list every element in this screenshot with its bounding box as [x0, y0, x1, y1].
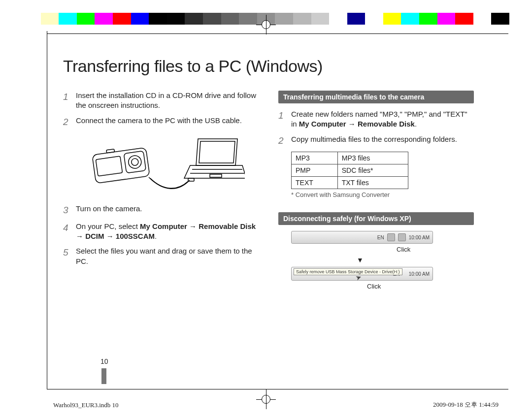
- step-num: 4: [63, 222, 70, 242]
- registration-mark-top: [256, 15, 276, 34]
- right-column: Transferring multimedia files to the cam…: [278, 91, 474, 290]
- lang-indicator: EN: [377, 235, 384, 240]
- step-num: 1: [63, 91, 70, 111]
- svg-rect-0: [92, 148, 150, 184]
- svg-rect-1: [124, 151, 146, 173]
- windows-taskbar: EN 10:00 AM: [291, 231, 433, 244]
- step-text: Connect the camera to the PC with the US…: [76, 116, 242, 129]
- step-text: Create new folders named "MP3," "PMP," a…: [291, 109, 474, 129]
- step-num: 2: [278, 134, 285, 147]
- step-text: On your PC, select My Computer → Removab…: [76, 222, 259, 242]
- svg-point-2: [128, 155, 142, 169]
- page-title: Transferring files to a PC (Windows): [63, 57, 474, 76]
- arrow-down-icon: ▼: [291, 256, 429, 264]
- folder-table: MP3MP3 files PMPSDC files* TEXTTXT files: [291, 152, 408, 189]
- camera-laptop-illustration: [77, 133, 245, 197]
- footer-filename: Warhol93_EUR3.indb 10: [53, 401, 119, 409]
- page-number-bar: [101, 368, 106, 384]
- table-footnote: * Convert with Samsung Converter: [291, 191, 474, 198]
- section-heading: Disconnecting safely (for Windows XP): [278, 212, 474, 225]
- section-heading: Transferring multimedia files to the cam…: [278, 91, 474, 103]
- footer-timestamp: 2009-09-18 오후 1:44:59: [433, 400, 499, 409]
- page-number: 10: [100, 357, 108, 365]
- step-num: 5: [63, 246, 70, 266]
- click-label: Click: [367, 283, 474, 290]
- clock: 10:00 AM: [409, 271, 430, 277]
- tray-icon: [398, 233, 406, 241]
- registration-mark-bottom: [256, 389, 276, 409]
- svg-rect-5: [106, 149, 114, 153]
- click-label: Click: [397, 246, 474, 253]
- step-text: Insert the installation CD in a CD-ROM d…: [76, 91, 259, 111]
- safely-remove-icon: [387, 233, 395, 241]
- step-text: Turn on the camera.: [76, 204, 142, 217]
- step-num: 1: [278, 109, 285, 129]
- step-num: 3: [63, 204, 70, 217]
- svg-rect-9: [210, 174, 222, 177]
- step-text: Copy multimedia files to the correspondi…: [291, 134, 457, 147]
- clock: 10:00 AM: [409, 235, 430, 240]
- step-text: Select the files you want and drag or sa…: [76, 246, 259, 266]
- windows-taskbar-tooltip: Safely remove USB Mass Storage Device - …: [291, 267, 433, 281]
- left-column: 1 Insert the installation CD in a CD-ROM…: [63, 91, 259, 290]
- tooltip-text: Safely remove USB Mass Storage Device - …: [294, 268, 402, 275]
- svg-rect-4: [96, 156, 122, 176]
- svg-point-3: [131, 158, 138, 166]
- step-num: 2: [63, 116, 70, 129]
